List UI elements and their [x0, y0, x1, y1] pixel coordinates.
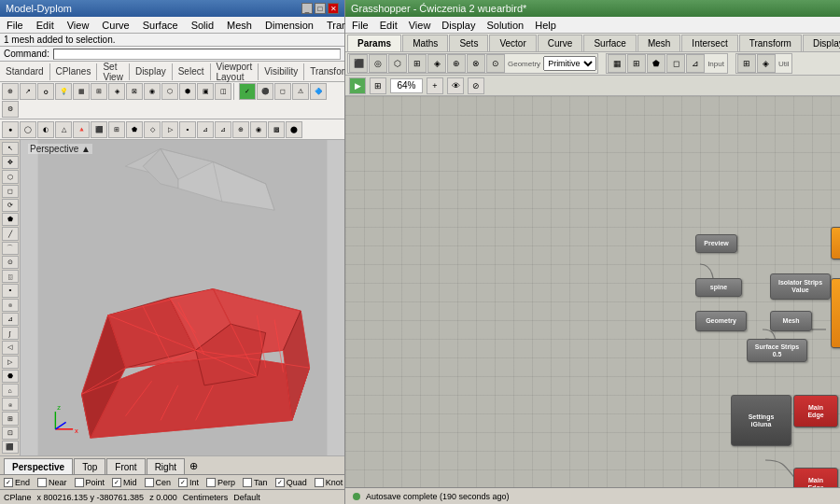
rhino-snap-near-cb[interactable]: [37, 478, 47, 487]
gh-tab-transform[interactable]: Transform: [739, 35, 802, 51]
rhino-viewport[interactable]: Perspective ▲: [21, 140, 344, 455]
rhino-tab-add-button[interactable]: ⊕: [186, 458, 202, 474]
rhino-tb-btn-2[interactable]: ↗: [20, 83, 36, 100]
gh-node-weaverbird-loop[interactable]: WeaverBirdLoop Subdivide: [831, 278, 840, 348]
gh-zoom-input[interactable]: [390, 78, 423, 93]
rhino-snap-tan-cb[interactable]: [243, 478, 252, 487]
rhino-tb3-btn-9[interactable]: ◇: [144, 121, 161, 138]
rhino-side-btn-5[interactable]: ⟳: [2, 199, 19, 212]
rhino-tb3-btn-3[interactable]: ◐: [37, 121, 54, 138]
gh-tb-btn-u1[interactable]: ⊞: [737, 54, 756, 73]
rhino-snap-end[interactable]: ✓ End: [4, 478, 30, 487]
gh-tb-btn-i3[interactable]: ⬟: [647, 54, 665, 73]
rhino-snap-end-cb[interactable]: ✓: [4, 478, 13, 487]
rhino-side-btn-14[interactable]: ∫: [2, 327, 19, 340]
rhino-tb-btn-13[interactable]: ◫: [215, 83, 231, 100]
gh-canvas-btn-1[interactable]: ▶: [349, 77, 366, 94]
gh-node-model-control[interactable]: Model Control: [831, 227, 840, 259]
rhino-snap-perp-cb[interactable]: [206, 478, 216, 487]
gh-tab-intersect[interactable]: Intersect: [681, 35, 737, 51]
gh-tb-btn-g3[interactable]: ⬡: [388, 54, 407, 73]
rhino-tb-btn-7[interactable]: ◈: [108, 83, 125, 100]
rhino-tb-btn-10[interactable]: ⬡: [161, 83, 178, 100]
rhino-snap-mid-cb[interactable]: ✓: [112, 478, 121, 487]
gh-node-isolator-strips-value[interactable]: Isolator StripsValue: [770, 273, 831, 300]
rhino-side-btn-15[interactable]: ◁: [2, 341, 19, 354]
rhino-command-bar[interactable]: Command:: [0, 47, 344, 62]
gh-geometry-select[interactable]: Primitive: [543, 56, 596, 71]
rhino-tb3-btn-4[interactable]: △: [55, 121, 72, 138]
gh-tb-btn-g5[interactable]: ◈: [427, 54, 446, 73]
rhino-side-btn-21[interactable]: ⊡: [2, 427, 19, 440]
rhino-tb3-btn-2[interactable]: ◯: [20, 121, 36, 138]
rhino-side-btn-11[interactable]: ⚬: [2, 284, 19, 297]
rhino-tb-btn-6[interactable]: ⊞: [91, 83, 107, 100]
rhino-tb3-btn-6[interactable]: ⬛: [91, 121, 107, 138]
rhino-side-btn-9[interactable]: ⊙: [2, 256, 19, 269]
gh-menu-edit[interactable]: Edit: [377, 20, 400, 31]
rhino-side-btn-19[interactable]: ⍟: [2, 398, 19, 411]
rhino-maximize-button[interactable]: □: [315, 3, 326, 14]
rhino-snap-quad-cb[interactable]: ✓: [275, 478, 285, 487]
rhino-tab-top[interactable]: Top: [74, 458, 105, 474]
rhino-tb3-btn-17[interactable]: ⬤: [286, 121, 302, 138]
rhino-tb-btn-15[interactable]: ⚫: [257, 83, 273, 100]
rhino-tb-btn-17[interactable]: ⚠: [292, 83, 309, 100]
rhino-tb3-btn-12[interactable]: ⊿: [197, 121, 214, 138]
gh-tb-btn-i1[interactable]: ▦: [608, 54, 626, 73]
gh-node-main-edge-lower[interactable]: MainEdge: [793, 468, 838, 487]
rhino-side-btn-6[interactable]: ⬟: [2, 213, 19, 226]
gh-menu-solution[interactable]: Solution: [483, 20, 526, 31]
gh-tb-btn-g1[interactable]: ⬛: [349, 54, 368, 73]
rhino-menu-view[interactable]: View: [64, 20, 92, 31]
gh-canvas-lock-btn[interactable]: ⊘: [468, 77, 484, 94]
gh-tab-surface[interactable]: Surface: [583, 35, 636, 51]
gh-tab-curve[interactable]: Curve: [538, 35, 583, 51]
rhino-menu-surface[interactable]: Surface: [140, 20, 181, 31]
rhino-side-btn-1[interactable]: ↖: [2, 142, 19, 155]
gh-node-mesh-input[interactable]: Mesh: [770, 311, 812, 331]
gh-tab-sets[interactable]: Sets: [449, 35, 488, 51]
rhino-side-btn-22[interactable]: ⬛: [2, 441, 19, 454]
rhino-tb-btn-5[interactable]: ▦: [73, 83, 90, 100]
rhino-close-button[interactable]: ✕: [328, 3, 339, 14]
gh-canvas[interactable]: Model Control Isolator StripsValue Previ…: [345, 96, 840, 487]
rhino-tab-right[interactable]: Right: [147, 458, 185, 474]
gh-tb-btn-g8[interactable]: ⊙: [486, 54, 505, 73]
gh-node-settings-igluna[interactable]: SettingsiGluna: [731, 395, 791, 446]
rhino-menu-file[interactable]: File: [4, 20, 26, 31]
gh-menu-help[interactable]: Help: [532, 20, 559, 31]
rhino-tb-btn-1[interactable]: ⊕: [2, 83, 19, 100]
rhino-snap-tan[interactable]: Tan: [243, 478, 268, 487]
rhino-tb-btn-3[interactable]: ⭘: [37, 83, 54, 100]
rhino-menu-solid[interactable]: Solid: [189, 20, 217, 31]
rhino-snap-near[interactable]: Near: [37, 478, 67, 487]
rhino-tb-btn-14[interactable]: ✓: [239, 83, 256, 100]
gh-node-geometry[interactable]: Geometry: [695, 311, 747, 331]
rhino-side-btn-17[interactable]: ⬣: [2, 370, 19, 383]
gh-canvas-zoom-in[interactable]: +: [427, 77, 443, 94]
rhino-snap-mid[interactable]: ✓ Mid: [112, 478, 137, 487]
gh-menu-file[interactable]: File: [349, 20, 371, 31]
gh-node-surface-strips[interactable]: Surface Strips0.5: [747, 339, 807, 362]
gh-canvas-zoom-fit[interactable]: ⊞: [370, 77, 386, 94]
rhino-tab-front[interactable]: Front: [106, 458, 145, 474]
rhino-side-btn-3[interactable]: ⬡: [2, 170, 19, 183]
rhino-tb-btn-4[interactable]: 💡: [55, 83, 72, 100]
rhino-tb-btn-19[interactable]: ⚙: [2, 101, 19, 118]
rhino-side-btn-2[interactable]: ✥: [2, 156, 19, 169]
rhino-tb-btn-8[interactable]: ⊠: [126, 83, 143, 100]
gh-canvas-eye-btn[interactable]: 👁: [447, 77, 464, 94]
gh-node-main-edge-upper[interactable]: MainEdge: [793, 395, 838, 427]
rhino-tb-btn-12[interactable]: ▣: [197, 83, 214, 100]
rhino-tb3-btn-11[interactable]: ⚬: [179, 121, 196, 138]
gh-tb-btn-g4[interactable]: ⊞: [408, 54, 427, 73]
gh-tb-btn-i2[interactable]: ⊞: [627, 54, 646, 73]
gh-tab-params[interactable]: Params: [347, 35, 401, 51]
rhino-tb3-btn-1[interactable]: ●: [2, 121, 19, 138]
rhino-tb-btn-11[interactable]: ⬢: [179, 83, 196, 100]
rhino-side-btn-10[interactable]: ⌹: [2, 270, 19, 283]
rhino-snap-int-cb[interactable]: ✓: [178, 478, 188, 487]
rhino-tb3-btn-16[interactable]: ▩: [268, 121, 285, 138]
rhino-side-btn-12[interactable]: ⌾: [2, 299, 19, 312]
